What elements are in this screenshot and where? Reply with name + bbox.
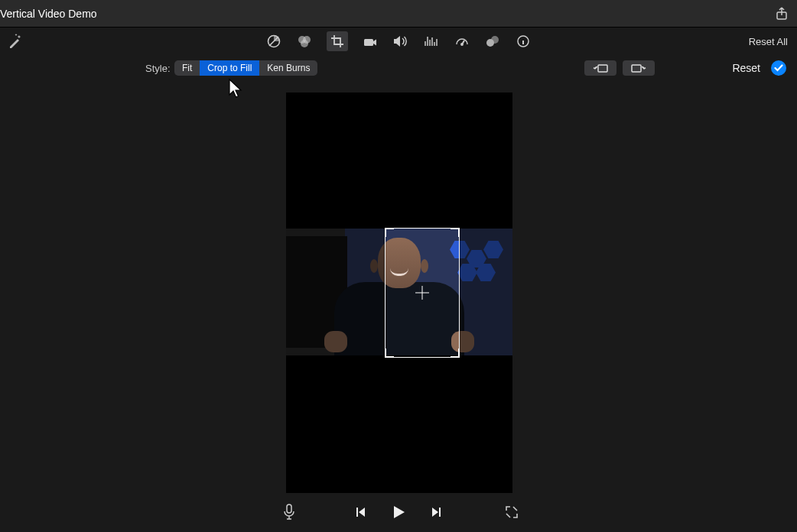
crop-icon[interactable] [327, 31, 348, 51]
svg-rect-10 [598, 65, 607, 72]
inspector-toolbar: Reset All [0, 28, 797, 55]
rotate-ccw-button[interactable] [584, 60, 616, 76]
style-ken-burns-button[interactable]: Ken Burns [259, 60, 317, 76]
rotate-cw-button[interactable] [623, 60, 655, 76]
svg-point-4 [301, 40, 308, 47]
color-balance-icon[interactable] [296, 33, 313, 50]
svg-rect-5 [364, 39, 373, 46]
volume-icon[interactable] [392, 33, 409, 50]
svg-rect-12 [287, 504, 291, 513]
source-video-frame [286, 229, 512, 355]
prev-frame-button[interactable] [353, 504, 368, 520]
microphone-icon[interactable] [283, 504, 295, 521]
style-crop-to-fill-button[interactable]: Crop to Fill [200, 60, 259, 76]
share-icon[interactable] [774, 6, 789, 21]
video-canvas[interactable] [286, 92, 512, 493]
fullscreen-icon[interactable] [505, 505, 519, 519]
next-frame-button[interactable] [429, 504, 444, 520]
reset-button[interactable]: Reset [732, 62, 760, 74]
speed-icon[interactable] [454, 33, 470, 50]
auto-enhance-icon[interactable] [8, 34, 23, 49]
project-title: Vertical Video Demo [0, 8, 97, 20]
preview-area [0, 81, 797, 492]
title-bar: Vertical Video Demo [0, 0, 797, 28]
color-correction-icon[interactable] [265, 33, 282, 50]
svg-point-6 [461, 44, 463, 45]
noise-reduction-icon[interactable] [423, 33, 440, 50]
style-label: Style: [145, 63, 171, 74]
svg-rect-11 [632, 65, 641, 72]
apply-check-button[interactable] [771, 60, 786, 76]
crop-style-bar: Style: Fit Crop to Fill Ken Burns Reset [0, 55, 797, 81]
style-fit-button[interactable]: Fit [174, 60, 200, 76]
reset-all-button[interactable]: Reset All [749, 36, 788, 47]
info-icon[interactable] [515, 33, 532, 50]
effects-icon[interactable] [484, 33, 501, 50]
playback-bar [0, 492, 797, 532]
stabilization-icon[interactable] [362, 33, 379, 50]
play-button[interactable] [391, 504, 406, 520]
svg-point-8 [491, 36, 499, 44]
style-segmented-control: Fit Crop to Fill Ken Burns [174, 60, 317, 76]
